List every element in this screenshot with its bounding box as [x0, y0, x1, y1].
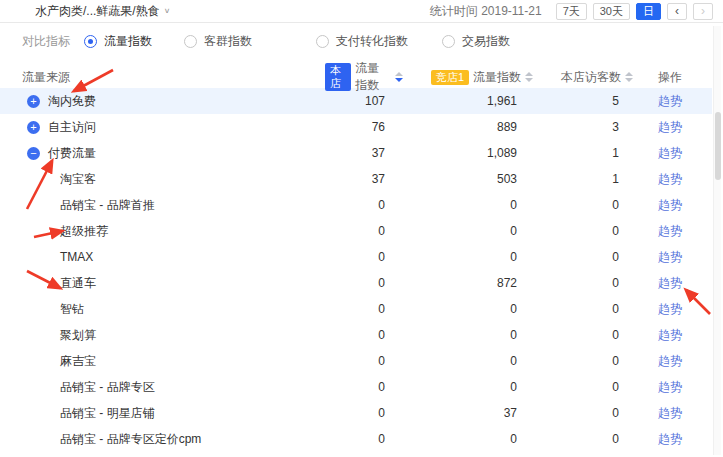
- comp-index-value: 1,961: [403, 94, 533, 108]
- trend-link[interactable]: 趋势: [658, 380, 682, 394]
- table-row: 直通车08720趋势: [0, 270, 712, 296]
- column-header-comp-index[interactable]: 竞店1 流量指数: [403, 69, 533, 86]
- metric-option-label: 支付转化指数: [336, 33, 408, 50]
- comp-index-value: 0: [403, 250, 533, 264]
- visitors-value: 0: [533, 276, 633, 290]
- visitors-value: 0: [533, 250, 633, 264]
- trend-link[interactable]: 趋势: [658, 354, 682, 368]
- trend-link[interactable]: 趋势: [658, 198, 682, 212]
- trend-link[interactable]: 趋势: [658, 406, 682, 420]
- traffic-source-name: TMAX: [60, 250, 93, 264]
- comp-index-value: 889: [403, 120, 533, 134]
- range-day-button[interactable]: 日: [636, 3, 661, 20]
- own-index-value: 0: [325, 380, 403, 394]
- radio-icon: [184, 35, 197, 48]
- own-index-value: 107: [325, 94, 403, 108]
- radio-icon: [442, 35, 455, 48]
- date-controls: 统计时间 2019-11-21 7天 30天 日 ‹ ›: [430, 3, 713, 20]
- table-body: +淘内免费1071,9615趋势+自主访问768893趋势−付费流量371,08…: [0, 88, 712, 452]
- compare-metric-filters: 对比指标 流量指数客群指数支付转化指数交易指数: [0, 23, 723, 60]
- visitors-value: 0: [533, 354, 633, 368]
- own-store-badge: 本店: [325, 63, 351, 91]
- radio-icon: [84, 35, 97, 48]
- next-day-button[interactable]: ›: [693, 3, 713, 20]
- trend-link[interactable]: 趋势: [658, 172, 682, 186]
- own-index-value: 76: [325, 120, 403, 134]
- expand-icon[interactable]: +: [27, 121, 40, 134]
- trend-link[interactable]: 趋势: [658, 120, 682, 134]
- category-path: 水产肉类/...鲜蔬果/熟食: [35, 3, 160, 20]
- filters-label: 对比指标: [22, 33, 70, 50]
- traffic-source-name: 品销宝 - 品牌首推: [60, 197, 155, 214]
- traffic-source-name: 麻吉宝: [60, 353, 96, 370]
- metric-options: 流量指数客群指数支付转化指数交易指数: [84, 33, 510, 51]
- table-row: −付费流量371,0891趋势: [0, 140, 712, 166]
- expand-icon[interactable]: +: [27, 95, 40, 108]
- column-header-own-index[interactable]: 本店 流量指数: [325, 60, 403, 94]
- traffic-source-name: 超级推荐: [60, 223, 108, 240]
- range-7d-button[interactable]: 7天: [556, 3, 587, 20]
- radio-icon: [316, 35, 329, 48]
- category-selector[interactable]: 水产肉类/...鲜蔬果/熟食 ∨: [35, 3, 170, 20]
- own-index-value: 0: [325, 406, 403, 420]
- trend-link[interactable]: 趋势: [658, 432, 682, 446]
- table-row: 淘宝客375031趋势: [0, 166, 712, 192]
- column-header-action: 操作: [633, 69, 707, 86]
- table-row: 麻吉宝000趋势: [0, 348, 712, 374]
- comp-index-value: 0: [403, 328, 533, 342]
- visitors-value: 0: [533, 406, 633, 420]
- table-row: 品销宝 - 品牌专区定价cpm000趋势: [0, 426, 712, 452]
- trend-link[interactable]: 趋势: [658, 94, 682, 108]
- table-row: 超级推荐000趋势: [0, 218, 712, 244]
- trend-link[interactable]: 趋势: [658, 224, 682, 238]
- trend-link[interactable]: 趋势: [658, 146, 682, 160]
- own-index-value: 37: [325, 172, 403, 186]
- visitors-value: 0: [533, 198, 633, 212]
- metric-radio-selected[interactable]: 流量指数: [84, 33, 152, 50]
- sort-icon-comp[interactable]: [525, 72, 533, 82]
- column-header-source: 流量来源: [0, 69, 325, 86]
- visitors-value: 1: [533, 172, 633, 186]
- comp-index-value: 0: [403, 432, 533, 446]
- metric-radio-option[interactable]: 交易指数: [442, 33, 510, 50]
- own-index-value: 0: [325, 302, 403, 316]
- comp-index-value: 0: [403, 302, 533, 316]
- comp-index-value: 503: [403, 172, 533, 186]
- comp-index-value: 0: [403, 380, 533, 394]
- collapse-icon[interactable]: −: [27, 147, 40, 160]
- visitors-value: 0: [533, 302, 633, 316]
- scrollbar-track[interactable]: [713, 26, 721, 455]
- range-30d-button[interactable]: 30天: [593, 3, 630, 20]
- column-header-visitors[interactable]: 本店访客数: [533, 69, 633, 86]
- visitors-value: 3: [533, 120, 633, 134]
- trend-link[interactable]: 趋势: [658, 328, 682, 342]
- metric-radio-option[interactable]: 支付转化指数: [316, 33, 408, 50]
- comp-index-label: 流量指数: [473, 69, 521, 86]
- metric-option-label: 交易指数: [462, 33, 510, 50]
- own-index-value: 0: [325, 432, 403, 446]
- trend-link[interactable]: 趋势: [658, 276, 682, 290]
- metric-radio-option[interactable]: 客群指数: [184, 33, 252, 50]
- traffic-source-name: 自主访问: [48, 119, 96, 136]
- trend-link[interactable]: 趋势: [658, 302, 682, 316]
- own-index-value: 0: [325, 224, 403, 238]
- metric-option-label: 客群指数: [204, 33, 252, 50]
- traffic-source-name: 品销宝 - 明星店铺: [60, 405, 155, 422]
- scrollbar-thumb[interactable]: [715, 112, 721, 180]
- visitors-label: 本店访客数: [561, 69, 621, 86]
- top-bar: 水产肉类/...鲜蔬果/熟食 ∨ 统计时间 2019-11-21 7天 30天 …: [0, 0, 723, 23]
- comp-index-value: 1,089: [403, 146, 533, 160]
- chevron-down-icon: ∨: [164, 7, 171, 15]
- traffic-source-name: 淘宝客: [60, 171, 96, 188]
- traffic-source-name: 淘内免费: [48, 93, 96, 110]
- sort-icon-visitors[interactable]: [625, 72, 633, 82]
- sort-icon-own[interactable]: [395, 72, 403, 82]
- trend-link[interactable]: 趋势: [658, 250, 682, 264]
- visitors-value: 1: [533, 146, 633, 160]
- visitors-value: 0: [533, 432, 633, 446]
- table-header-row: 流量来源 本店 流量指数 竞店1 流量指数 本店访客数 操作: [0, 60, 712, 88]
- comp-index-value: 0: [403, 354, 533, 368]
- own-index-value: 37: [325, 146, 403, 160]
- own-index-value: 0: [325, 354, 403, 368]
- prev-day-button[interactable]: ‹: [667, 3, 687, 20]
